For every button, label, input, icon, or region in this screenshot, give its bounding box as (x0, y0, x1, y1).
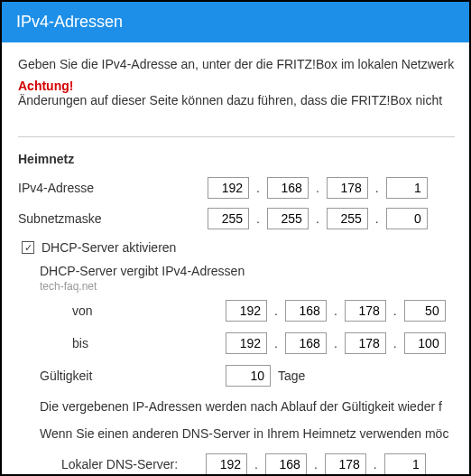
row-range-to: bis . . . (72, 332, 455, 354)
panel-title: IPv4-Adressen (16, 13, 123, 31)
dns-octet-4[interactable] (384, 453, 426, 475)
to-octet-2[interactable] (285, 332, 327, 354)
watermark-text: tech-faq.net (40, 280, 455, 293)
row-range-from: von . . . (72, 300, 455, 322)
label-to: bis (72, 336, 226, 350)
row-validity: Gültigkeit Tage (40, 365, 455, 387)
ipv4-octet-2[interactable] (267, 177, 309, 199)
note-lease: Die vergebenen IP-Adressen werden nach A… (40, 399, 455, 414)
ipv4-octet-4[interactable] (386, 177, 428, 199)
to-octet-4[interactable] (404, 332, 446, 354)
label-ipv4: IPv4-Adresse (18, 181, 208, 195)
dot-separator: . (390, 336, 401, 350)
intro-text: Geben Sie die IPv4-Adresse an, unter der… (18, 57, 455, 71)
panel-content: Geben Sie die IPv4-Adresse an, unter der… (2, 42, 469, 476)
dot-separator: . (251, 457, 262, 471)
note-dns: Wenn Sie einen anderen DNS-Server in Ihr… (40, 426, 455, 441)
from-octet-2[interactable] (285, 300, 327, 322)
dhcp-heading: DHCP-Server vergibt IPv4-Adressen (40, 264, 455, 278)
label-from: von (72, 303, 226, 318)
ipv4-octet-3[interactable] (327, 177, 368, 199)
dot-separator: . (253, 211, 263, 226)
subnet-octet-2[interactable] (267, 208, 309, 229)
panel-header: IPv4-Adressen (2, 2, 469, 42)
dot-separator: . (330, 303, 341, 318)
validity-days-input[interactable] (226, 365, 271, 387)
dot-separator: . (372, 181, 383, 195)
dot-separator: . (271, 336, 282, 350)
from-octets: . . . (226, 300, 446, 322)
dot-separator: . (372, 211, 383, 226)
dhcp-enable-checkbox[interactable]: ✓ (22, 241, 34, 254)
ipv4-octet-1[interactable] (208, 177, 249, 199)
settings-panel: IPv4-Adressen Geben Sie die IPv4-Adresse… (0, 0, 471, 476)
dns-octets: . . . (206, 453, 426, 475)
subnet-octet-3[interactable] (327, 208, 368, 229)
dot-separator: . (390, 303, 401, 318)
dot-separator: . (312, 181, 323, 195)
label-local-dns: Lokaler DNS-Server: (61, 457, 206, 471)
label-days: Tage (278, 369, 305, 383)
dns-octet-1[interactable] (206, 453, 247, 475)
dot-separator: . (271, 303, 282, 318)
from-octet-1[interactable] (226, 300, 267, 322)
row-subnet-mask: Subnetzmaske . . . (18, 208, 455, 229)
row-ipv4-address: IPv4-Adresse . . . (18, 177, 455, 199)
dns-octet-3[interactable] (325, 453, 366, 475)
warning-text: Änderungen auf dieser Seite können dazu … (18, 93, 455, 107)
dot-separator: . (253, 181, 263, 195)
subnet-octets: . . . (208, 208, 428, 229)
section-title: Heimnetz (18, 152, 455, 166)
divider (18, 136, 455, 137)
dot-separator: . (330, 336, 341, 350)
warning-title: Achtung! (18, 79, 455, 93)
dot-separator: . (312, 211, 323, 226)
label-subnet: Subnetzmaske (18, 211, 208, 226)
to-octet-3[interactable] (345, 332, 386, 354)
label-dhcp-enable: DHCP-Server aktivieren (42, 240, 176, 255)
row-local-dns: Lokaler DNS-Server: . . . (61, 453, 455, 475)
dot-separator: . (370, 457, 381, 471)
from-octet-4[interactable] (404, 300, 446, 322)
subnet-octet-1[interactable] (208, 208, 249, 229)
row-dhcp-enable: ✓ DHCP-Server aktivieren (22, 240, 455, 255)
ipv4-octets: . . . (208, 177, 428, 199)
dns-octet-2[interactable] (265, 453, 307, 475)
label-validity: Gültigkeit (40, 369, 226, 383)
to-octets: . . . (226, 332, 446, 354)
dot-separator: . (310, 457, 321, 471)
subnet-octet-4[interactable] (386, 208, 428, 229)
to-octet-1[interactable] (226, 332, 267, 354)
from-octet-3[interactable] (345, 300, 386, 322)
